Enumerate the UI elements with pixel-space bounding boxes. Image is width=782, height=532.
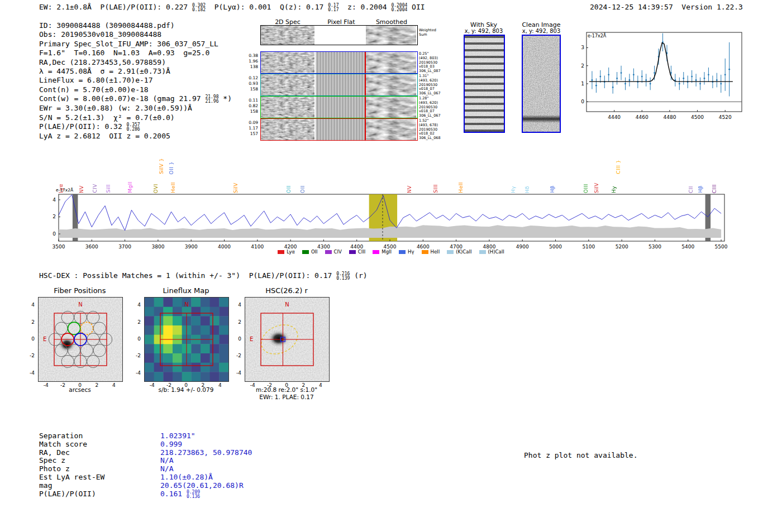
spec2d-right-labels: 1.28"(493, 620)20190530v018_07306_LL_067 xyxy=(419,97,454,118)
text-seg: λ = 4475.08Å σ = 2.91(±0.73)Å xyxy=(39,67,170,75)
spec2d-row xyxy=(260,96,418,118)
cutout-xtick: -4 xyxy=(247,382,258,388)
cutout-ytick: -4 xyxy=(131,370,141,376)
smoothed-marker-line xyxy=(365,74,366,95)
text-seg: EW: 2.1±0.8Å P(LAE)/P(OII): 0.227 xyxy=(39,3,192,11)
spec2d-panel-smoothed xyxy=(366,26,416,45)
spec2d-panel-pixelflat xyxy=(316,26,365,45)
emission-line-labels: LyαNVCIVSiIIMgIIOVISiIV }OII }HeIISiIVOI… xyxy=(0,148,782,193)
cutout-xtick: 0 xyxy=(181,382,191,388)
photz-note: Phot z plot not available. xyxy=(524,451,638,459)
cutout-ytick: 4 xyxy=(231,302,241,308)
text-seg: HSC-DEX : Possible Matches = 1 (within +… xyxy=(39,271,336,280)
spec2d-panel-pixelflat xyxy=(316,119,365,140)
cutout-ytick: 2 xyxy=(231,319,241,325)
svg-text:2: 2 xyxy=(581,63,584,69)
stacked-uncertainty: 21.9821.96 xyxy=(205,95,218,104)
legend-item: HeII xyxy=(422,249,440,255)
text-seg: RA,Dec (218.273453,50.978859) xyxy=(39,58,166,66)
stacked-uncertainty: 0.2160.139 xyxy=(336,272,350,281)
spec2d-left-labels: 0.381.96138 xyxy=(246,53,258,69)
text-seg: Cont(w) = 8.00(±0.07)e-18 (gmag 21.97 xyxy=(39,94,205,103)
text-seg: Cont(n) = 5.70(±0.00)e-18 xyxy=(39,85,149,94)
text-seg: LyA z = 2.6812 OII z = 0.2005 xyxy=(39,132,170,140)
summary-header: EW: 2.1±0.8Å P(LAE)/P(OII): 0.227 0.3020… xyxy=(39,3,425,12)
svg-text:4460: 4460 xyxy=(636,114,649,120)
cutout-hsc-r: NE xyxy=(245,297,330,382)
spec2d-right-labels: 1.31"(493, 620)20190530v018_07306_LL_067 xyxy=(419,74,454,96)
match-field-value: N/A xyxy=(160,465,173,473)
lineflux-map-title: Lineflux Map xyxy=(142,286,230,295)
legend-swatch xyxy=(373,250,379,254)
legend-swatch xyxy=(325,250,332,254)
match-field-label: Est LyA rest-EW xyxy=(39,473,104,482)
text-seg: z: 0.2004 xyxy=(338,3,391,11)
svg-text:E: E xyxy=(43,336,46,342)
cutout-xtick: 2 xyxy=(298,382,308,388)
match-field-value: 20.65(20.61,20.68)R xyxy=(160,482,244,490)
legend-label: Hγ xyxy=(408,249,414,255)
cutout-ytick: 0 xyxy=(231,336,241,342)
cutout-ytick: 0 xyxy=(25,336,35,342)
svg-text:4520: 4520 xyxy=(719,114,732,120)
clean-image-dark-band xyxy=(523,115,560,123)
text-seg: (r) xyxy=(350,271,367,280)
spec2d-panel-2dspec xyxy=(261,26,314,45)
cutout-xtick: 0 xyxy=(282,382,292,388)
cutout-xtick: -4 xyxy=(41,382,51,388)
legend-item: Lyα xyxy=(278,249,295,255)
svg-text:0: 0 xyxy=(581,99,584,104)
cutout-xtick: -2 xyxy=(164,382,174,388)
text-seg: N/A xyxy=(160,464,173,473)
text-seg: P(LAE)/P(OII): 0.32 xyxy=(39,122,127,131)
spec2d-panel-2dspec xyxy=(261,52,314,73)
info-line: Obs: 20190530v018_3090084488 xyxy=(39,30,232,39)
svg-text:1: 1 xyxy=(581,81,584,87)
legend-item: CIV xyxy=(325,249,342,255)
legend-swatch xyxy=(447,250,454,254)
info-line: λ = 4475.08Å σ = 2.91(±0.73)Å xyxy=(39,67,232,76)
text-seg: LineFlux = 6.80(±1.70)e-17 xyxy=(39,76,153,84)
svg-text:0: 0 xyxy=(53,231,56,237)
info-line: ID: 3090084488 (3090084488.pdf) xyxy=(39,21,232,30)
text-seg: 0.999 xyxy=(160,440,182,448)
text-seg: P(Lyα): 0.001 Q(z): 0.17 xyxy=(206,3,328,11)
match-field-value: N/A xyxy=(160,457,173,465)
spec2d-panel-2dspec xyxy=(261,97,314,118)
info-line: Cont(w) = 8.00(±0.07)e-18 (gmag 21.97 21… xyxy=(39,94,232,104)
legend-item: MgII xyxy=(373,249,392,255)
text-seg: 218.273863, 50.978740 xyxy=(160,448,252,457)
legend-item: (H)CaII xyxy=(479,249,504,255)
zoom-spectrum-svg: 012344404460448045004520e-17x2Å xyxy=(576,29,746,126)
text-seg: ID: 3090084488 (3090084488.pdf) xyxy=(39,21,175,30)
stacked-uncertainty: 0.20040.2004 xyxy=(391,3,407,12)
match-field-label: Photo z xyxy=(39,465,70,473)
emission-line-label: CIII } xyxy=(616,160,621,174)
spec2d-row xyxy=(260,74,418,96)
stacked-uncertainty: 0.2090.136 xyxy=(187,490,200,499)
text-seg: 1.02391" xyxy=(160,432,196,440)
match-field-value: 0.161 0.2090.136 xyxy=(160,490,200,499)
text-seg: 20.65(20.61,20.68)R xyxy=(160,481,244,490)
spec2d-panel-pixelflat xyxy=(316,52,365,73)
legend-label: MgII xyxy=(382,249,392,255)
match-field-label: Match score xyxy=(39,440,87,449)
smoothed-marker-line xyxy=(365,119,366,140)
detection-info-block: ID: 3090084488 (3090084488.pdf)Obs: 2019… xyxy=(39,21,232,141)
main-spectrum-svg: 0243500360037003800390040004100420043004… xyxy=(38,189,744,252)
spec2d-right-labels: 1.52"(493, 678)20190530v018_02306_LL_068 xyxy=(419,119,454,141)
legend-label: HeII xyxy=(431,249,440,255)
match-field-label: mag xyxy=(39,482,52,490)
info-line: EWr = 3.30(±0.88) (w: 2.30(±0.59))Å xyxy=(39,104,232,113)
legend-label: Lyα xyxy=(287,249,295,255)
cutout-ytick: -4 xyxy=(231,370,241,376)
stacked-uncertainty: 0.170.17 xyxy=(328,3,338,12)
fiber-positions-title: Fiber Positions xyxy=(36,286,123,295)
zoom-spectrum-plot: 012344404460448045004520e-17x2Å xyxy=(576,29,746,128)
text-seg: F=1.6" T=0.160 N=1.03 A=0.93 g=25.0 xyxy=(39,49,209,57)
spec2d-panel-smoothed xyxy=(366,52,416,73)
svg-text:N: N xyxy=(184,301,188,308)
info-line: Primary Spec_Slot_IFU_AMP: 306_037_057_L… xyxy=(39,40,232,49)
svg-text:2: 2 xyxy=(53,214,56,219)
clean-image-coords: x, y: 492, 803 xyxy=(517,28,565,34)
